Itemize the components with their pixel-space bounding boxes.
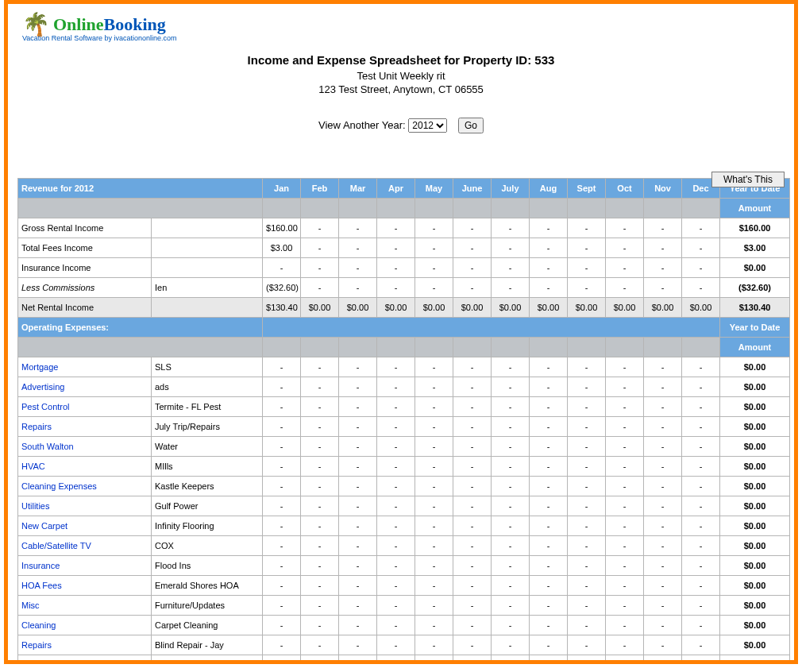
- expense-label[interactable]: Repairs: [18, 417, 152, 437]
- revenue-label: Less Commissions: [18, 278, 152, 298]
- logo-text-booking: Booking: [104, 14, 166, 34]
- cell: -: [530, 635, 568, 655]
- cell: $0.00: [453, 298, 492, 318]
- cell: -: [492, 655, 530, 665]
- expense-label[interactable]: Pest Control: [18, 397, 152, 417]
- expense-label[interactable]: South Walton: [18, 437, 152, 457]
- expense-label[interactable]: Utilities: [18, 496, 152, 516]
- expense-ytd: $0.00: [720, 516, 790, 536]
- cell: -: [606, 516, 644, 536]
- expense-label[interactable]: Cleaning Expenses: [18, 477, 152, 496]
- expense-label[interactable]: Cleaning: [18, 616, 152, 635]
- op-amount-header: Amount: [720, 338, 790, 357]
- cell: -: [415, 457, 453, 477]
- cell: -: [568, 278, 606, 298]
- cell: -: [682, 596, 720, 616]
- cell: -: [492, 377, 530, 397]
- go-button[interactable]: Go: [458, 118, 484, 133]
- expense-sub: Water: [152, 437, 263, 457]
- month-header: Feb: [301, 179, 339, 199]
- expense-label[interactable]: Advertising: [18, 377, 152, 397]
- expense-label[interactable]: Repairs: [18, 635, 152, 655]
- cell: -: [530, 556, 568, 576]
- cell: -: [492, 635, 530, 655]
- expense-sub: MIlls: [152, 457, 263, 477]
- expense-label[interactable]: Misc: [18, 596, 152, 616]
- cell: -: [530, 377, 568, 397]
- cell: [644, 199, 682, 218]
- cell: [453, 199, 492, 218]
- cell: -: [415, 477, 453, 496]
- cell: [18, 338, 263, 357]
- expense-sub: July Trip/Repairs: [152, 417, 263, 437]
- cell: -: [530, 496, 568, 516]
- expense-ytd: $0.00: [720, 616, 790, 635]
- cell: $0.00: [415, 298, 453, 318]
- expense-label[interactable]: HOA Fees: [18, 576, 152, 596]
- cell: -: [301, 596, 339, 616]
- expense-label[interactable]: New Carpet: [18, 516, 152, 536]
- cell: -: [682, 278, 720, 298]
- revenue-sub: [152, 218, 263, 238]
- month-header: June: [453, 179, 492, 199]
- cell: -: [301, 357, 339, 377]
- cell: -: [453, 218, 492, 238]
- net-ytd: $130.40: [720, 298, 790, 318]
- cell: -: [263, 437, 301, 457]
- cell: -: [377, 635, 415, 655]
- cell: -: [682, 616, 720, 635]
- cell: [339, 199, 377, 218]
- expense-label[interactable]: HVAC: [18, 457, 152, 477]
- cell: -: [682, 516, 720, 536]
- month-header: Nov: [644, 179, 682, 199]
- expense-sub: COX: [152, 536, 263, 556]
- cell: -: [606, 417, 644, 437]
- cell: -: [377, 397, 415, 417]
- cell: -: [644, 377, 682, 397]
- cell: -: [377, 616, 415, 635]
- cell: [301, 338, 339, 357]
- cell: -: [377, 238, 415, 258]
- cell: -: [530, 437, 568, 457]
- expense-label[interactable]: Mortgage: [18, 655, 152, 665]
- cell: -: [644, 218, 682, 238]
- cell: -: [339, 258, 377, 278]
- cell: -: [568, 417, 606, 437]
- cell: $0.00: [644, 298, 682, 318]
- cell: -: [453, 477, 492, 496]
- cell: -: [492, 417, 530, 437]
- cell: [606, 199, 644, 218]
- cell: -: [377, 556, 415, 576]
- cell: -: [606, 258, 644, 278]
- expense-label[interactable]: Mortgage: [18, 357, 152, 377]
- cell: $0.00: [339, 298, 377, 318]
- cell: -: [415, 417, 453, 437]
- cell: -: [568, 437, 606, 457]
- cell: -: [377, 576, 415, 596]
- cell: -: [606, 596, 644, 616]
- cell: -: [682, 238, 720, 258]
- cell: -: [415, 357, 453, 377]
- cell: -: [682, 655, 720, 665]
- cell: -: [530, 258, 568, 278]
- expense-sub: Kastle Keepers: [152, 477, 263, 496]
- expense-sub: Blind Repair - Jay: [152, 635, 263, 655]
- expense-label[interactable]: Cable/Satellite TV: [18, 536, 152, 556]
- cell: -: [530, 357, 568, 377]
- expense-label[interactable]: Insurance: [18, 556, 152, 576]
- cell: -: [263, 477, 301, 496]
- cell: -: [301, 397, 339, 417]
- cell: -: [492, 357, 530, 377]
- whats-this-button[interactable]: What's This: [711, 172, 785, 187]
- cell: -: [606, 457, 644, 477]
- cell: -: [415, 437, 453, 457]
- expense-sub: SLS: [152, 357, 263, 377]
- cell: -: [530, 457, 568, 477]
- cell: -: [339, 377, 377, 397]
- year-select[interactable]: 2012: [408, 118, 447, 133]
- cell: -: [492, 437, 530, 457]
- expense-ytd: $0.00: [720, 556, 790, 576]
- cell: [339, 338, 377, 357]
- logo-text-online: Online: [53, 14, 104, 34]
- cell: -: [453, 596, 492, 616]
